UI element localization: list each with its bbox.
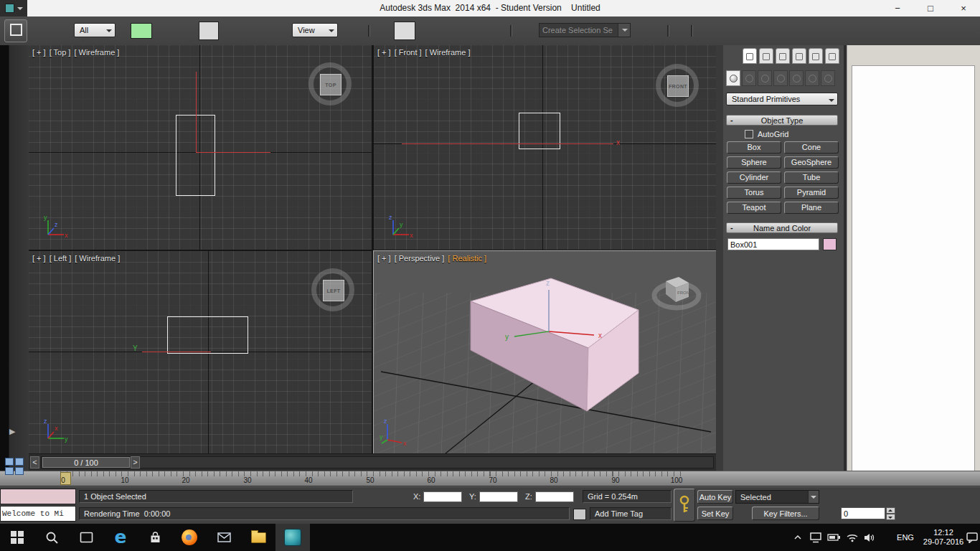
maxscript-macro-recorder[interactable]: [0, 489, 76, 504]
tray-wifi-button[interactable]: [844, 524, 861, 551]
named-selection-input[interactable]: [540, 24, 618, 37]
minimize-button[interactable]: −: [881, 0, 914, 17]
viewcube-face[interactable]: FRONT: [667, 75, 689, 97]
tray-pc-button[interactable]: [808, 524, 824, 551]
add-time-tag[interactable]: Add Time Tag: [590, 507, 672, 520]
close-button[interactable]: ×: [947, 0, 980, 17]
toolbar-toggle-swatch2[interactable]: [394, 22, 415, 40]
previous-frame-button[interactable]: <: [30, 456, 39, 468]
coord-x-input[interactable]: [423, 491, 462, 502]
geosphere-button[interactable]: GeoSphere: [784, 156, 839, 169]
file-explorer-button[interactable]: [241, 524, 275, 551]
tab-motion[interactable]: [792, 48, 806, 64]
box-wireframe[interactable]: [167, 316, 248, 354]
time-slider-handle[interactable]: 0 / 100: [42, 457, 130, 468]
rollout-object-type[interactable]: - Object Type: [726, 115, 838, 126]
selection-lock-button[interactable]: [674, 489, 695, 522]
maximize-button[interactable]: □: [914, 0, 947, 17]
viewport-menu-plus[interactable]: [ + ]: [377, 254, 391, 263]
primitives-category-combo[interactable]: Standard Primitives: [726, 93, 838, 105]
tab-display[interactable]: [809, 48, 823, 64]
toolbar-toggle-swatch[interactable]: [199, 22, 219, 40]
current-frame-field[interactable]: [841, 507, 885, 519]
tray-volume-button[interactable]: [861, 524, 878, 551]
tray-show-hidden-button[interactable]: [789, 524, 806, 551]
viewport-view-menu[interactable]: [ Perspective ]: [395, 254, 445, 263]
viewport-shading-menu[interactable]: [ Realistic ]: [448, 254, 486, 263]
object-color-swatch[interactable]: [823, 238, 837, 250]
language-indicator[interactable]: ENG: [891, 524, 920, 551]
window-panes-icon[interactable]: [5, 458, 24, 475]
viewcube[interactable]: TOP: [307, 61, 353, 107]
named-selection-set-combo[interactable]: [539, 23, 631, 37]
search-button[interactable]: [34, 524, 69, 551]
viewport-view-menu[interactable]: [ Top ]: [50, 48, 71, 57]
firefox-button[interactable]: [172, 524, 207, 551]
viewport-top-label[interactable]: [ + ] [ Top ] [ Wireframe ]: [32, 48, 119, 57]
sphere-button[interactable]: Sphere: [727, 156, 781, 169]
selection-filter-combo[interactable]: All: [74, 23, 116, 37]
maxscript-mini-listener[interactable]: Welcome to Mi: [0, 506, 76, 522]
category-geometry[interactable]: [726, 70, 740, 86]
category-helpers[interactable]: [789, 70, 804, 86]
viewport-perspective-label[interactable]: [ + ] [ Perspective ] [ Realistic ]: [377, 254, 486, 263]
viewport-menu-plus[interactable]: [ + ]: [32, 48, 46, 57]
color-swatch-green[interactable]: [131, 23, 152, 39]
next-frame-button[interactable]: >: [131, 456, 140, 468]
viewport-shading-menu[interactable]: [ Wireframe ]: [75, 254, 120, 263]
tab-hierarchy[interactable]: [776, 48, 790, 64]
viewport-left-label[interactable]: [ + ] [ Left ] [ Wireframe ]: [32, 254, 120, 263]
viewport-front[interactable]: [ + ] [ Front ] [ Wireframe ] x FRONT z …: [374, 45, 716, 250]
viewcube[interactable]: FRONT: [654, 62, 700, 108]
category-cameras[interactable]: [773, 70, 788, 86]
edge-browser-button[interactable]: e: [103, 524, 138, 551]
auto-key-button[interactable]: Auto Key: [697, 490, 733, 504]
viewport-top[interactable]: [ + ] [ Top ] [ Wireframe ] TOP y x z: [29, 45, 372, 250]
viewcube-face[interactable]: TOP: [320, 74, 341, 95]
selection-set-key-combo[interactable]: Selected: [735, 490, 819, 504]
tab-utilities[interactable]: [825, 48, 839, 64]
viewport-view-menu[interactable]: [ Left ]: [50, 254, 72, 263]
task-view-button[interactable]: [69, 524, 103, 551]
viewport-menu-plus[interactable]: [ + ]: [377, 48, 391, 57]
viewport-shading-menu[interactable]: [ Wireframe ]: [425, 48, 471, 57]
viewport-left[interactable]: [ + ] [ Left ] [ Wireframe ] Y LEFT z y …: [29, 251, 372, 453]
cylinder-button[interactable]: Cylinder: [727, 171, 781, 184]
reference-coordinate-combo[interactable]: View: [292, 23, 338, 37]
viewcube-3d[interactable]: FRONT: [650, 270, 703, 316]
category-lights[interactable]: [758, 70, 772, 86]
cone-button[interactable]: Cone: [784, 141, 839, 154]
quick-access-button[interactable]: [4, 19, 27, 42]
track-bar-ruler[interactable]: 0 10 20 30 40 50 60 70 80 90 100: [0, 471, 980, 486]
tray-battery-button[interactable]: [825, 524, 842, 551]
plane-button[interactable]: Plane: [784, 202, 839, 214]
frame-spinner-down[interactable]: [886, 514, 895, 520]
viewport-shading-menu[interactable]: [ Wireframe ]: [74, 48, 119, 57]
store-button[interactable]: [138, 524, 172, 551]
3ds-max-taskbar-button[interactable]: [275, 524, 310, 551]
named-selection-dropdown-button[interactable]: [618, 24, 630, 37]
viewport-view-menu[interactable]: [ Front ]: [395, 48, 422, 57]
viewport-perspective[interactable]: x y z [ + ] [ Perspective ] [ Realistic …: [374, 251, 716, 453]
tab-create[interactable]: [743, 48, 757, 64]
coord-z-input[interactable]: [535, 491, 574, 502]
time-slider-track[interactable]: 0 / 100 >: [41, 456, 714, 468]
combo-dropdown-button[interactable]: [808, 491, 819, 503]
box-button[interactable]: Box: [727, 141, 781, 154]
object-name-field[interactable]: [727, 238, 819, 250]
key-filters-button[interactable]: Key Filters...: [752, 507, 819, 520]
viewport-menu-plus[interactable]: [ + ]: [32, 254, 46, 263]
pyramid-button[interactable]: Pyramid: [784, 187, 839, 199]
action-center-button[interactable]: [964, 524, 980, 551]
frame-spinner-up[interactable]: [886, 507, 895, 514]
viewcube[interactable]: LEFT: [310, 267, 356, 313]
viewcube-face[interactable]: LEFT: [323, 280, 344, 301]
category-spacewarps[interactable]: [805, 70, 819, 86]
viewport-front-label[interactable]: [ + ] [ Front ] [ Wireframe ]: [377, 48, 471, 57]
teapot-button[interactable]: Teapot: [727, 202, 781, 214]
start-button[interactable]: [0, 524, 34, 551]
time-tag-swatch[interactable]: [573, 509, 586, 520]
mail-button[interactable]: [207, 524, 241, 551]
torus-button[interactable]: Torus: [727, 187, 781, 199]
set-key-button[interactable]: Set Key: [697, 507, 733, 520]
